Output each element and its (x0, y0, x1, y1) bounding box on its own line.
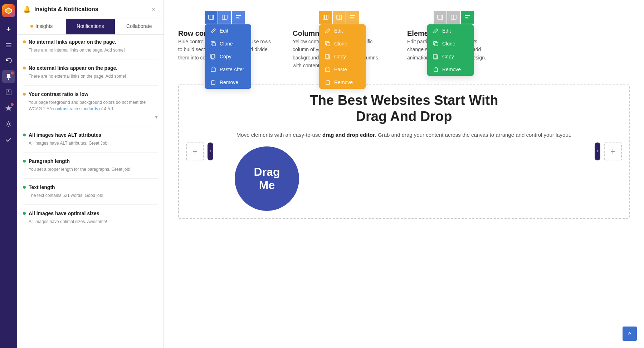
sidebar-check-button[interactable] (2, 133, 15, 146)
insight-title-text: Your contrast ratio is low (29, 91, 88, 97)
sidebar-layers-button[interactable] (2, 39, 15, 52)
col-remove-item[interactable]: Remove (319, 76, 366, 89)
elem-clone-item[interactable]: Clone (427, 37, 474, 50)
insight-text-length: Text length The text contains 521 words.… (23, 184, 158, 205)
sidebar-settings-button[interactable] (2, 117, 15, 130)
add-column-left-button[interactable]: + (186, 142, 204, 160)
dnd-section: + ⋮ The Best Websites Start With Drag An… (164, 77, 644, 226)
svg-rect-30 (350, 15, 355, 16)
sidebar-undo-button[interactable] (2, 54, 15, 67)
row-paste-item[interactable]: Paste After (205, 63, 251, 76)
elem-edit-item[interactable]: Edit (427, 24, 474, 37)
panel-close-button[interactable]: × (149, 5, 158, 14)
svg-rect-45 (465, 19, 469, 19)
elem-toolbar-wrapper: Edit Clone Copy Remove (434, 11, 474, 24)
sidebar-interactions-button[interactable] (2, 102, 15, 115)
svg-rect-33 (327, 43, 330, 46)
row-remove-item[interactable]: Remove (205, 76, 251, 89)
insight-dot (23, 93, 26, 96)
col-edit-item[interactable]: Edit (319, 24, 366, 37)
insight-title-text: Paragraph length (29, 158, 70, 164)
right-col-controls: ⋮ + (595, 142, 622, 160)
element-controls-demo: Edit Clone Copy Remove (407, 11, 500, 62)
elem-remove-item[interactable]: Remove (427, 63, 474, 76)
tab-insights[interactable]: Insights (17, 19, 66, 34)
tab-collaborate[interactable]: Collaborate (115, 19, 164, 34)
col-copy-item[interactable]: Copy (319, 50, 366, 63)
row-dropdown-menu: Edit Clone Copy Paste After (205, 24, 251, 89)
controls-section: Edit Clone Copy Paste After (164, 0, 644, 77)
left-col-controls: + ⋮ (186, 142, 213, 160)
col-select-btn[interactable] (319, 11, 332, 24)
svg-point-6 (8, 78, 9, 80)
insight-desc: Your page foreground and background colo… (29, 99, 158, 112)
insight-internal-links: No internal links appear on the page. Th… (23, 39, 158, 59)
col-layout-btn[interactable] (333, 11, 346, 24)
row-layout-btn[interactable] (218, 11, 231, 24)
elem-dropdown-menu: Edit Clone Copy Remove (427, 24, 474, 76)
insight-dot (23, 40, 26, 43)
panel-title: Insights & Notifications (34, 6, 146, 13)
drag-handle-left[interactable]: ⋮ (208, 142, 213, 160)
insight-external-links: No external links appear on the page. Th… (23, 65, 158, 86)
insight-title-text: Text length (29, 184, 55, 190)
elem-copy-item[interactable]: Copy (427, 50, 474, 63)
svg-rect-12 (209, 15, 214, 19)
tab-notifications[interactable]: Notifications (66, 19, 114, 34)
insight-dot (23, 67, 26, 69)
dnd-title: The Best Websites Start With Drag And Dr… (220, 92, 587, 125)
sidebar-pages-button[interactable] (2, 86, 15, 99)
column-controls-demo: Edit Clone Copy Paste (293, 11, 386, 70)
insight-title-text: All images have ALT attributes (29, 132, 101, 138)
insight-desc: All images have optimal sizes. Awesome! (29, 218, 158, 225)
sidebar-add-button[interactable]: + (2, 23, 15, 36)
insight-dot (23, 160, 26, 163)
insight-desc: All images have ALT attributes. Great Jo… (29, 140, 158, 146)
app-logo[interactable] (2, 4, 15, 17)
svg-rect-25 (323, 15, 328, 19)
elem-toolbar (434, 11, 474, 24)
row-clone-item[interactable]: Clone (205, 37, 251, 50)
insight-title-text: All images have optimal sizes (29, 211, 99, 216)
dnd-subtitle: Move elements with an easy-to-use drag a… (220, 131, 587, 139)
panel-content: No internal links appear on the page. Th… (17, 35, 164, 348)
drag-me-circle[interactable]: Drag Me (235, 146, 299, 211)
row-toolbar-wrapper: Edit Clone Copy Paste After (205, 11, 245, 24)
elem-select-btn[interactable] (434, 11, 447, 24)
row-edit-item[interactable]: Edit (205, 24, 251, 37)
row-copy-item[interactable]: Copy (205, 50, 251, 63)
drag-handle-right[interactable]: ⋮ (595, 142, 600, 160)
svg-rect-4 (6, 47, 11, 47)
svg-rect-20 (212, 43, 215, 46)
svg-rect-24 (211, 81, 215, 84)
add-column-right-button[interactable]: + (604, 142, 622, 160)
collapse-icon[interactable]: ▾ (155, 114, 158, 120)
col-toolbar (319, 11, 359, 24)
scroll-to-top-button[interactable] (623, 327, 637, 341)
insight-desc: The text contains 521 words. Good job! (29, 192, 158, 199)
svg-rect-19 (236, 19, 240, 19)
insight-dot (23, 134, 26, 136)
panel-header: 🔔 Insights & Notifications × (17, 0, 164, 19)
col-clone-item[interactable]: Clone (319, 37, 366, 50)
insight-desc: There are no external links on the page.… (29, 73, 158, 79)
col-paste-item[interactable]: Paste (319, 63, 366, 76)
insight-title-text: No external links appear on the page. (29, 65, 117, 71)
contrast-ratio-link[interactable]: contrast ratio standards (53, 106, 98, 111)
insight-contrast-ratio: Your contrast ratio is low Your page for… (23, 91, 158, 126)
svg-point-11 (8, 123, 10, 125)
elem-text-btn[interactable] (461, 11, 474, 24)
sidebar-notifications-button[interactable] (2, 70, 15, 83)
row-select-btn[interactable] (205, 11, 218, 24)
svg-rect-32 (350, 19, 355, 19)
insight-dot (23, 212, 26, 215)
svg-rect-23 (211, 68, 215, 72)
col-text-btn[interactable] (346, 11, 359, 24)
svg-rect-44 (465, 17, 468, 18)
row-text-btn[interactable] (232, 11, 245, 24)
svg-rect-43 (465, 15, 470, 16)
svg-rect-3 (6, 45, 11, 45)
elem-layout-btn[interactable] (447, 11, 460, 24)
insight-dot (23, 186, 26, 189)
main-content: Edit Clone Copy Paste After (164, 0, 644, 348)
